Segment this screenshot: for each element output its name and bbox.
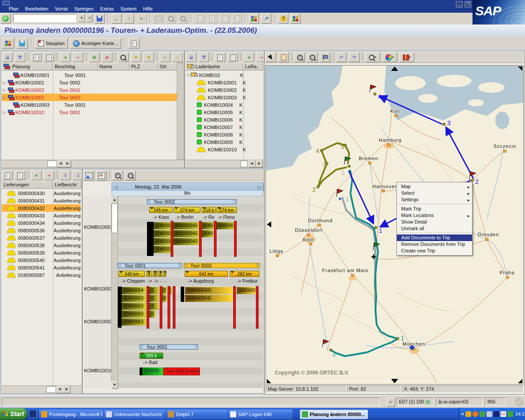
tree-row[interactable]: KOMBI10010K [186,146,262,153]
leg-segment[interactable]: 9 [153,271,158,277]
calendar-prev-icon[interactable]: ◁ [114,184,117,190]
exit-button[interactable]: ↑ [124,14,134,24]
menu-item-mark-trip[interactable]: Mark Trip [397,206,472,212]
leg-segment[interactable]: 7 [163,271,166,277]
map-zoom-in-button[interactable]: + [294,52,305,62]
horizontal-scrollbar[interactable]: ◄ ► [186,160,263,167]
table-row[interactable]: ▷ KOMBI10001Tour 0002 [2,79,177,86]
delivery-bar[interactable]: 00800053 [122,303,146,310]
remove-row-button[interactable]: − [73,52,83,62]
menu-item-settings[interactable]: Settings [397,196,472,203]
move-down-button[interactable]: ⇩ [73,171,81,180]
menu-item-create-new-trip[interactable]: Create new Trip [397,248,472,254]
filter-button[interactable]: ▼ [131,52,141,62]
leg-segment[interactable]: 348 km [119,271,145,277]
leg-segment[interactable]: 255 k [140,353,163,359]
first-page-button[interactable] [195,14,205,24]
list-item[interactable]: 0180000087Anlieferung [2,271,80,279]
graphic-view-button[interactable] [84,171,94,180]
help-button[interactable]: ? [278,14,288,24]
move-up-button[interactable]: ⇧ [60,171,70,180]
add-row-button[interactable]: + [60,52,70,62]
delivery-bar[interactable]: 0 [149,303,159,310]
map-canvas[interactable]: Kiel Hamburg Szczecin Bremen Hannover Do… [266,65,524,385]
redo-button[interactable]: ↷ [349,52,360,62]
last-page-button[interactable] [232,14,242,24]
tree-row[interactable]: KOMBI10003K [186,94,262,101]
start-button[interactable]: Start [0,408,27,420]
cancel-button[interactable]: ✕ [136,14,147,24]
pan-button[interactable] [278,52,289,62]
list-item[interactable]: 0080000536Auslieferung [2,227,80,234]
delivery-bar[interactable]: 008000 [154,222,172,229]
stauplan-button[interactable]: Stauplan [35,38,67,49]
menu-item-map[interactable]: Map [397,183,472,190]
view-detail-button[interactable] [15,171,25,180]
list-item[interactable]: 0080000431Auslieferung [2,197,80,204]
list-item[interactable]: 0080000540Auslieferung [2,256,80,264]
vertical-scrollbar[interactable] [177,63,184,160]
tree-row[interactable]: KOMBI10007K [186,123,262,131]
flag-button[interactable] [320,52,330,62]
color-settings-button[interactable]: ▾ [382,52,397,62]
add-row-button[interactable]: + [244,52,254,62]
menu-item-show-detail[interactable]: Show Detail [397,219,472,225]
gantt-date-header[interactable]: ◁ Montag, 22. Mai 2006 ▷ [112,182,264,191]
delivery-bar[interactable]: 0 [149,311,155,318]
refresh-button[interactable] [16,38,28,49]
filter2-button[interactable]: ▼ [144,52,154,62]
tray-icon-4[interactable] [486,411,492,417]
insert-mode-field[interactable]: INS [485,398,506,406]
delay-bar[interactable]: Spar Bad Rothenf [163,368,200,375]
zoom-out-button[interactable]: − [125,171,136,180]
taskbar-task-outlook[interactable]: Posteingang - Microsoft O... [38,409,107,420]
menu-item-select[interactable]: Select [397,190,472,196]
column-header-ort[interactable]: Ort [158,63,177,70]
delivery-bar[interactable]: 00800053 [122,295,146,302]
tray-chevron-icon[interactable]: « [461,411,464,417]
taskbar-task-sap-logon[interactable]: SAP Logon 640 [228,409,293,420]
leg-segment[interactable]: 374 km [174,207,200,213]
zoom-in-button[interactable]: + [112,171,123,180]
scroll-right-button[interactable]: ► [64,160,71,168]
delivery-bar[interactable]: 0080000- [237,287,256,294]
system-session-field[interactable]: E07 (1) 100 ▤ [396,398,434,406]
print-button[interactable] [154,14,164,24]
horizontal-scrollbar[interactable]: ◄ ► [2,385,81,393]
scroll-right-button[interactable]: ► [256,160,263,168]
menu-item-unmark-all[interactable]: Unmark all [397,225,472,232]
scroll-down-button[interactable]: ▼ [111,382,118,389]
tour-bracket[interactable]: Tour 0001 [140,344,198,350]
tour-bracket[interactable]: Tour 0002 [184,263,259,268]
delivery-bar[interactable]: 008000043 [173,222,200,229]
scroll-up-button[interactable]: ▲ [111,196,118,204]
restore-button[interactable]: ❐ [465,1,471,7]
scroll-left-button[interactable]: ◄ [56,386,63,393]
menu-extras[interactable]: Extras [98,5,116,12]
menu-springen[interactable]: Springen [72,5,96,12]
delivery-bar[interactable]: 0080000541 [185,295,233,302]
delivery-bar[interactable]: 018000 [142,368,163,375]
legend-button[interactable] [128,38,140,49]
map-zoom-out-button[interactable]: − [307,52,318,62]
anzeigen-karte-button[interactable]: Anzeigen Karte... [70,38,121,49]
column-header-lara[interactable]: LaRa.. [243,63,263,70]
exit-planning-button[interactable] [2,38,14,49]
column-header-laderaeume[interactable]: Laderäume [186,63,243,70]
delivery-bar[interactable]: 008000 [154,238,172,245]
resources-button[interactable]: ∩ [160,52,170,62]
expander-icon[interactable]: ▷ [2,95,7,100]
delivery-bar[interactable]: 00800053 [122,311,146,318]
resize-grip[interactable] [515,397,523,406]
tray-icon-2[interactable] [472,411,478,417]
search-button[interactable] [118,52,129,62]
delivery-bar[interactable]: 008000 [154,230,172,237]
leg-segment[interactable]: 282 km [230,271,259,277]
delivery-bar[interactable]: 0 [149,295,159,302]
menu-hilfe[interactable]: Hilfe [140,5,155,12]
resources2-button[interactable]: ∩ [172,52,183,62]
tree-row[interactable]: KOMBI10005K [186,108,262,116]
tree-root-row[interactable]: ▽ KOMBI10K [186,71,262,79]
delivery-bar[interactable]: 00800054 [122,287,146,294]
gantt-vertical-scrollbar[interactable]: ▲ ▼ [111,196,118,389]
